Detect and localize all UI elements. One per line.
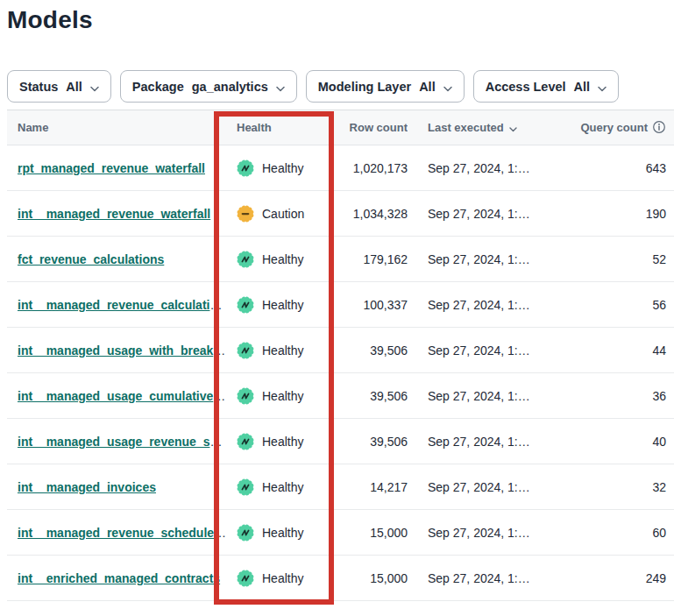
filter-bar: Status All Package ga_analytics Modeling… (7, 70, 674, 103)
health-cell: Healthy (237, 570, 333, 587)
name-cell: int__managed_revenue_calculations (7, 298, 237, 312)
chevron-down-icon (276, 81, 285, 95)
name-cell: fct_revenue_calculations (7, 252, 237, 266)
last-executed-value: Sep 27, 2024, 1:… (408, 435, 574, 449)
filter-access-level-label: Access Level (486, 80, 566, 94)
health-cell: Healthy (237, 296, 333, 314)
last-executed-value: Sep 27, 2024, 1:… (408, 252, 574, 266)
health-label: Healthy (262, 435, 303, 449)
filter-modeling-layer-value: All (419, 80, 436, 94)
model-name-link[interactable]: rpt_managed_revenue_waterfall (18, 161, 205, 175)
name-cell: int__managed_revenue_schedule_… (7, 526, 237, 540)
model-name-link[interactable]: int__managed_usage_revenue_sc… (18, 435, 229, 449)
model-name-link[interactable]: int__managed_revenue_calculations (18, 298, 231, 312)
info-icon[interactable] (652, 120, 666, 137)
health-label: Healthy (262, 389, 303, 403)
health-status-icon (237, 433, 254, 450)
filter-status-value: All (66, 80, 82, 94)
row-count-value: 15,000 (333, 571, 408, 585)
table-row: rpt_managed_revenue_waterfall Healthy 1,… (7, 145, 674, 191)
model-name-link[interactable]: int__managed_invoices (18, 480, 156, 494)
column-header-last-executed-label: Last executed (428, 121, 504, 134)
last-executed-value: Sep 27, 2024, 1:… (408, 571, 574, 585)
row-count-value: 39,506 (333, 435, 408, 449)
name-cell: int__enriched_managed_contracts (7, 571, 237, 585)
query-count-value: 44 (574, 343, 674, 358)
column-header-last-executed[interactable]: Last executed (408, 120, 574, 135)
last-executed-value: Sep 27, 2024, 1:… (408, 389, 574, 403)
health-status-icon (237, 296, 254, 314)
health-status-icon (237, 251, 254, 268)
name-cell: int__managed_usage_cumulative_… (7, 389, 237, 403)
table-body: rpt_managed_revenue_waterfall Healthy 1,… (7, 145, 674, 601)
model-name-link[interactable]: int__managed_usage_with_breaka… (18, 343, 232, 358)
table-row: int__managed_usage_with_breaka… Healthy … (7, 328, 674, 373)
health-label: Healthy (262, 480, 303, 494)
column-header-name: Name (7, 121, 237, 134)
filter-package-label: Package (132, 80, 184, 94)
sort-chevron-icon (509, 122, 517, 135)
last-executed-value: Sep 27, 2024, 1:… (408, 526, 574, 540)
health-cell: Healthy (237, 342, 333, 359)
health-label: Healthy (262, 571, 303, 585)
health-label: Healthy (262, 252, 303, 266)
chevron-down-icon (598, 81, 607, 95)
row-count-value: 179,162 (333, 252, 408, 266)
last-executed-value: Sep 27, 2024, 1:… (408, 298, 574, 312)
row-count-value: 14,217 (333, 480, 408, 494)
query-count-value: 60 (574, 526, 674, 540)
column-header-health: Health (237, 121, 333, 134)
query-count-value: 56 (574, 298, 674, 312)
table-row: int__managed_revenue_calculations Health… (7, 282, 674, 328)
filter-status[interactable]: Status All (7, 70, 111, 103)
column-header-query-count: Query count (574, 119, 674, 137)
model-name-link[interactable]: int__enriched_managed_contracts (18, 571, 220, 585)
models-table: Name Health Row count Last executed Quer… (7, 110, 674, 601)
query-count-value: 40 (574, 435, 674, 449)
name-cell: int__managed_invoices (7, 480, 237, 494)
name-cell: int__managed_usage_with_breaka… (7, 343, 237, 358)
column-header-row-count: Row count (333, 121, 408, 134)
health-cell: Healthy (237, 433, 333, 450)
model-name-link[interactable]: int__managed_revenue_waterfall (18, 207, 210, 221)
name-cell: int__managed_usage_revenue_sc… (7, 435, 237, 449)
table-row: int__managed_invoices Healthy 14,217 Sep… (7, 464, 674, 510)
filter-package-value: ga_analytics (192, 80, 268, 94)
health-status-icon (237, 570, 254, 587)
name-cell: int__managed_revenue_waterfall (7, 207, 237, 221)
table-row: int__managed_usage_revenue_sc… Healthy 3… (7, 419, 674, 464)
health-status-icon (237, 159, 254, 177)
health-label: Caution (262, 207, 304, 221)
filter-access-level[interactable]: Access Level All (473, 70, 619, 103)
last-executed-value: Sep 27, 2024, 1:… (408, 343, 574, 358)
filter-status-label: Status (19, 80, 58, 94)
row-count-value: 39,506 (333, 389, 408, 403)
filter-modeling-layer[interactable]: Modeling Layer All (306, 70, 465, 103)
row-count-value: 1,034,328 (333, 207, 408, 221)
query-count-value: 249 (574, 571, 674, 585)
table-row: fct_revenue_calculations Healthy 179,162… (7, 237, 674, 282)
query-count-value: 32 (574, 480, 674, 494)
model-name-link[interactable]: fct_revenue_calculations (18, 252, 164, 266)
health-label: Healthy (262, 161, 303, 175)
table-header-row: Name Health Row count Last executed Quer… (7, 110, 674, 145)
health-label: Healthy (262, 526, 303, 540)
health-cell: Caution (237, 205, 333, 223)
column-header-query-count-label: Query count (580, 121, 648, 134)
last-executed-value: Sep 27, 2024, 1:… (408, 207, 574, 221)
health-cell: Healthy (237, 478, 333, 496)
model-name-link[interactable]: int__managed_revenue_schedule_… (18, 526, 233, 540)
health-cell: Healthy (237, 251, 333, 268)
health-cell: Healthy (237, 159, 333, 177)
health-label: Healthy (262, 343, 303, 358)
name-cell: rpt_managed_revenue_waterfall (7, 161, 237, 175)
filter-access-level-value: All (574, 80, 591, 94)
filter-package[interactable]: Package ga_analytics (120, 70, 297, 103)
last-executed-value: Sep 27, 2024, 1:… (408, 161, 574, 175)
query-count-value: 36 (574, 389, 674, 403)
page-title: Models (7, 0, 674, 34)
table-row: int__managed_revenue_waterfall Caution 1… (7, 191, 674, 237)
health-cell: Healthy (237, 524, 333, 542)
model-name-link[interactable]: int__managed_usage_cumulative_… (18, 389, 232, 403)
health-cell: Healthy (237, 387, 333, 405)
